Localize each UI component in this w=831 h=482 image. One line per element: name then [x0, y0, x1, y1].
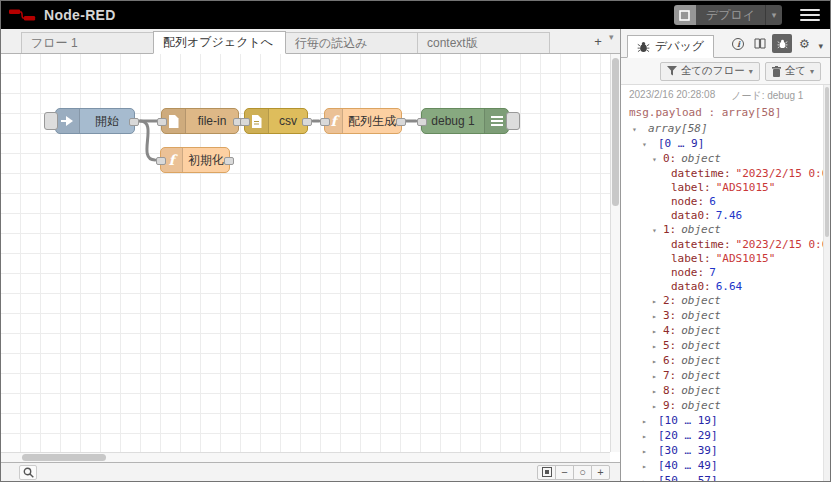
debug-toggle-button[interactable]	[506, 112, 520, 130]
debug-tree-row[interactable]: ▾[0 … 9]	[629, 137, 819, 152]
tree-caret-icon[interactable]: ▸	[642, 415, 653, 429]
input-port[interactable]	[417, 118, 427, 126]
flow-tab[interactable]: 行毎の読込み	[285, 32, 418, 53]
inject-trigger-button[interactable]	[44, 112, 58, 130]
debug-tree-row[interactable]: datetime:"2023/2/15 0:00"	[629, 167, 819, 181]
wire-inject-to-init[interactable]	[140, 121, 155, 160]
input-port[interactable]	[320, 118, 330, 126]
debug-tree-row[interactable]: ▸9:object	[629, 399, 819, 414]
tree-caret-icon[interactable]: ▸	[642, 430, 653, 444]
debug-tree-row[interactable]: ▸2:object	[629, 294, 819, 309]
tree-value: [30 … 39]	[658, 444, 718, 457]
zoom-in-button[interactable]: +	[591, 465, 610, 480]
tree-caret-icon[interactable]: ▾	[652, 224, 663, 238]
debug-timestamp: 2023/2/16 20:28:08	[629, 89, 715, 103]
tab-debug[interactable]: デバッグ	[627, 35, 714, 58]
flow-canvas[interactable]: 開始 file-in csv	[1, 54, 610, 452]
flow-tab[interactable]: フロー 1	[21, 32, 154, 53]
deploy-button[interactable]: デプロイ ▾	[674, 5, 782, 25]
debug-tree-row[interactable]: ▸[10 … 19]	[629, 414, 819, 429]
debug-message-meta: 2023/2/16 20:28:08 ノード: debug 1	[629, 89, 819, 105]
tree-caret-icon[interactable]: ▸	[642, 475, 653, 481]
sidebar-scrollbar[interactable]	[823, 85, 830, 481]
canvas-vertical-scrollbar[interactable]	[610, 54, 620, 452]
debug-tree-row[interactable]: ▾0:object	[629, 152, 819, 167]
tree-value: [10 … 19]	[658, 414, 718, 427]
main-menu-icon[interactable]	[800, 9, 820, 21]
input-port[interactable]	[240, 118, 250, 126]
debug-tree-row[interactable]: ▸[30 … 39]	[629, 444, 819, 459]
debug-tree-row[interactable]: node:6	[629, 195, 819, 209]
canvas-statusbar: − ○ +	[1, 462, 620, 481]
sidebar-scroll-thumb[interactable]	[825, 87, 829, 237]
node-file-in[interactable]: file-in	[161, 108, 239, 134]
tree-value: object	[681, 339, 721, 352]
tree-caret-icon[interactable]: ▸	[652, 400, 663, 414]
tree-caret-icon[interactable]: ▸	[642, 460, 653, 474]
tab-info-button[interactable]: i	[728, 34, 748, 53]
clear-all-button[interactable]: 全て ▾	[765, 62, 821, 81]
debug-tree-row[interactable]: ▸6:object	[629, 354, 819, 369]
output-port[interactable]	[302, 118, 312, 126]
debug-tree-row[interactable]: ▸4:object	[629, 324, 819, 339]
tab-help-button[interactable]	[750, 34, 770, 53]
debug-tree-row[interactable]: ▸8:object	[629, 384, 819, 399]
tree-value: object	[681, 384, 721, 397]
tree-caret-icon[interactable]: ▸	[642, 445, 653, 459]
debug-tree-row[interactable]: ▸[50 … 57]	[629, 474, 819, 481]
tree-caret-icon[interactable]: ▸	[652, 340, 663, 354]
search-button[interactable]	[19, 465, 37, 480]
output-port[interactable]	[396, 118, 406, 126]
output-port[interactable]	[129, 118, 139, 126]
add-flow-button[interactable]: +	[587, 32, 609, 51]
node-debug[interactable]: debug 1	[421, 108, 509, 134]
info-icon: i	[732, 38, 744, 50]
node-inject[interactable]: 開始	[55, 108, 135, 134]
flow-tab[interactable]: 配列オブジェクトへ	[153, 31, 286, 54]
debug-tree-row[interactable]: ▸7:object	[629, 369, 819, 384]
flow-list-caret-icon[interactable]: ▾	[609, 32, 620, 51]
debug-tree-row[interactable]: ▾array[58]	[629, 122, 819, 137]
debug-tree-row[interactable]: ▸[20 … 29]	[629, 429, 819, 444]
tree-caret-icon[interactable]: ▸	[652, 355, 663, 369]
tree-key: 8:	[663, 384, 676, 397]
debug-tree-row[interactable]: ▾1:object	[629, 223, 819, 238]
node-function-init[interactable]: f 初期化	[160, 147, 230, 173]
tree-caret-icon[interactable]: ▸	[652, 370, 663, 384]
tab-debug-button[interactable]	[772, 34, 792, 53]
debug-tree-row[interactable]: label:"ADS1015"	[629, 181, 819, 195]
debug-tree-row[interactable]: datetime:"2023/2/15 0:00"	[629, 238, 819, 252]
zoom-out-button[interactable]: −	[555, 465, 574, 480]
tree-caret-icon[interactable]: ▸	[652, 325, 663, 339]
input-port[interactable]	[157, 118, 167, 126]
deploy-options-caret-icon[interactable]: ▾	[765, 5, 782, 25]
tree-caret-icon[interactable]: ▾	[632, 123, 643, 137]
tree-caret-icon[interactable]: ▾	[652, 153, 663, 167]
debug-tree-row[interactable]: node:7	[629, 266, 819, 280]
tree-caret-icon[interactable]: ▾	[642, 138, 653, 152]
flow-tab[interactable]: context版	[417, 32, 550, 53]
filter-flow-button[interactable]: 全てのフロー ▾	[660, 62, 760, 81]
input-port[interactable]	[156, 157, 166, 165]
debug-tree-row[interactable]: ▸5:object	[629, 339, 819, 354]
canvas-horizontal-scrollbar[interactable]	[1, 452, 610, 462]
tree-caret-icon[interactable]: ▸	[652, 385, 663, 399]
debug-tree-row[interactable]: data0:6.64	[629, 280, 819, 294]
zoom-reset-button[interactable]: ○	[573, 465, 592, 480]
horizontal-scroll-thumb[interactable]	[22, 454, 106, 461]
debug-tree-row[interactable]: label:"ADS1015"	[629, 252, 819, 266]
debug-tree-row[interactable]: ▸3:object	[629, 309, 819, 324]
node-function-array[interactable]: f 配列生成	[324, 108, 402, 134]
zoom-fit-button[interactable]	[537, 465, 556, 480]
flow-tabs: フロー 1 配列オブジェクトへ 行毎の読込み context版	[21, 29, 549, 53]
sidebar-menu-caret-icon[interactable]: ▾	[814, 41, 826, 57]
tree-caret-icon[interactable]: ▸	[652, 310, 663, 324]
tree-caret-icon[interactable]: ▸	[652, 295, 663, 309]
output-port[interactable]	[224, 157, 234, 165]
node-csv[interactable]: csv	[244, 108, 308, 134]
vertical-scroll-thumb[interactable]	[612, 58, 619, 206]
flow-tab-label: フロー 1	[31, 35, 78, 52]
debug-tree-row[interactable]: data0:7.46	[629, 209, 819, 223]
debug-tree-row[interactable]: ▸[40 … 49]	[629, 459, 819, 474]
tab-config-button[interactable]: ⚙	[794, 34, 814, 53]
